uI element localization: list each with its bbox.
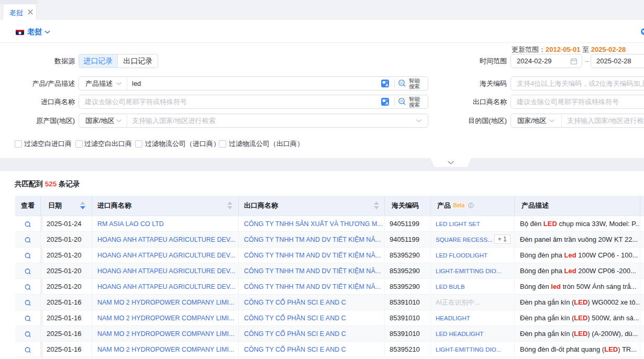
svg-text:A: A xyxy=(385,101,388,106)
svg-text:A: A xyxy=(385,83,388,87)
